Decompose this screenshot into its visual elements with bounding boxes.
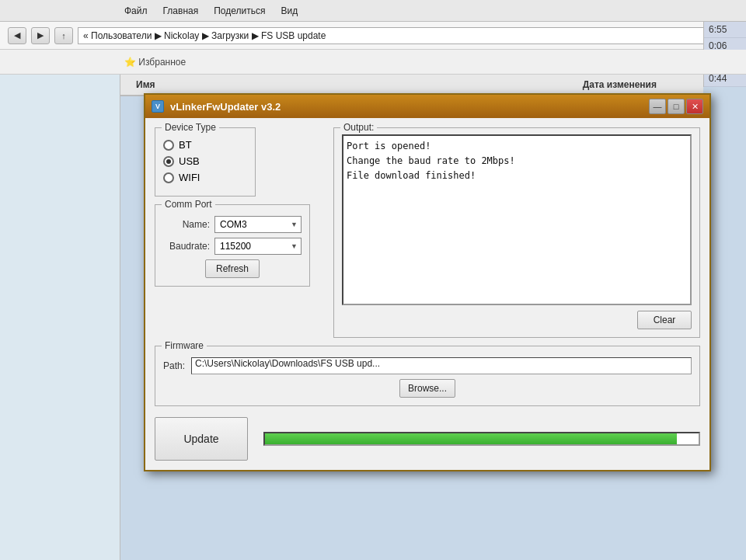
menu-share[interactable]: Поделиться	[214, 5, 265, 16]
left-column: Device Type BT USB WIFI	[155, 127, 326, 338]
browse-button[interactable]: Browse...	[399, 379, 455, 398]
app-titlebar: V vLinkerFwUpdater v3.2 — □ ✕	[145, 95, 709, 118]
path-label: Path:	[163, 360, 185, 371]
progress-bar-fill	[265, 433, 677, 444]
refresh-button[interactable]: Refresh	[205, 259, 260, 278]
menu-home[interactable]: Главная	[163, 5, 199, 16]
output-textarea[interactable]	[342, 134, 692, 305]
progress-bar-container	[263, 432, 700, 446]
address-path[interactable]: « Пользователи ▶ Nickolay ▶ Загрузки ▶ F…	[78, 27, 715, 44]
device-type-group: Device Type BT USB WIFI	[155, 127, 256, 197]
explorer-addressbar: ◀ ▶ ↑ « Пользователи ▶ Nickolay ▶ Загруз…	[0, 22, 746, 50]
explorer-toolbar: ⭐ Избранное	[0, 50, 746, 75]
path-value: C:\Users\Nickolay\Downloads\FS USB upd..…	[195, 358, 380, 369]
titlebar-buttons: — □ ✕	[649, 99, 703, 114]
bt-label: BT	[179, 139, 192, 151]
browse-row: Browse...	[163, 379, 692, 398]
app-icon: V	[152, 100, 164, 113]
firmware-group: Firmware Path: C:\Users\Nickolay\Downloa…	[155, 346, 700, 406]
baudrate-value: 115200	[220, 241, 251, 252]
device-type-label: Device Type	[162, 122, 219, 133]
refresh-row: Refresh	[163, 259, 302, 278]
firmware-path-row: Path: C:\Users\Nickolay\Downloads\FS USB…	[163, 357, 692, 374]
name-field-row: Name: COM3	[163, 216, 302, 233]
bottom-section: Update	[155, 417, 700, 461]
panels-row: Device Type BT USB WIFI	[155, 127, 700, 338]
path-input[interactable]: C:\Users\Nickolay\Downloads\FS USB upd..…	[191, 357, 692, 374]
app-title: vLinkerFwUpdater v3.2	[170, 101, 281, 113]
radio-bt[interactable]: BT	[163, 139, 247, 151]
baudrate-dropdown[interactable]: 115200	[214, 238, 302, 255]
comm-port-label: Comm Port	[162, 199, 215, 210]
radio-usb[interactable]: USB	[163, 155, 247, 167]
clear-button[interactable]: Clear	[637, 311, 692, 329]
minimize-button[interactable]: —	[649, 99, 666, 114]
usb-radio-circle[interactable]	[163, 156, 174, 167]
wifi-label: WIFI	[179, 172, 200, 183]
output-group: Output: Clear	[333, 127, 700, 338]
app-window: V vLinkerFwUpdater v3.2 — □ ✕ Device Typ…	[144, 93, 711, 471]
menu-file[interactable]: Файл	[124, 5, 148, 16]
maximize-button[interactable]: □	[668, 99, 685, 114]
bt-radio-circle[interactable]	[163, 140, 174, 151]
nav-forward-button[interactable]: ▶	[31, 27, 50, 44]
titlebar-left: V vLinkerFwUpdater v3.2	[152, 100, 281, 113]
name-label: Name:	[163, 219, 210, 230]
nav-up-button[interactable]: ↑	[54, 27, 73, 44]
output-label: Output:	[340, 122, 377, 133]
app-content: Device Type BT USB WIFI	[145, 118, 709, 470]
explorer-menubar: Файл Главная Поделиться Вид	[0, 0, 746, 22]
close-button[interactable]: ✕	[686, 99, 703, 114]
timestamp-1: 6:55	[704, 22, 746, 38]
firmware-label: Firmware	[162, 340, 207, 351]
comm-port-group: Comm Port Name: COM3 Baudrate: 115200	[155, 204, 310, 287]
usb-label: USB	[179, 155, 200, 167]
nav-back-button[interactable]: ◀	[8, 27, 26, 44]
name-column-header: Имя	[136, 79, 155, 90]
baudrate-label: Baudrate:	[163, 241, 210, 252]
radio-wifi[interactable]: WIFI	[163, 172, 247, 183]
left-panel	[0, 75, 120, 560]
output-bottom: Clear	[342, 311, 692, 329]
baudrate-field-row: Baudrate: 115200	[163, 238, 302, 255]
wifi-radio-circle[interactable]	[163, 172, 174, 183]
update-button[interactable]: Update	[155, 417, 248, 461]
favorites-label: ⭐ Избранное	[124, 57, 186, 68]
com-port-value: COM3	[220, 219, 247, 230]
menu-view[interactable]: Вид	[281, 5, 298, 16]
com-port-dropdown[interactable]: COM3	[214, 216, 302, 233]
date-column-header: Дата изменения	[583, 79, 657, 90]
